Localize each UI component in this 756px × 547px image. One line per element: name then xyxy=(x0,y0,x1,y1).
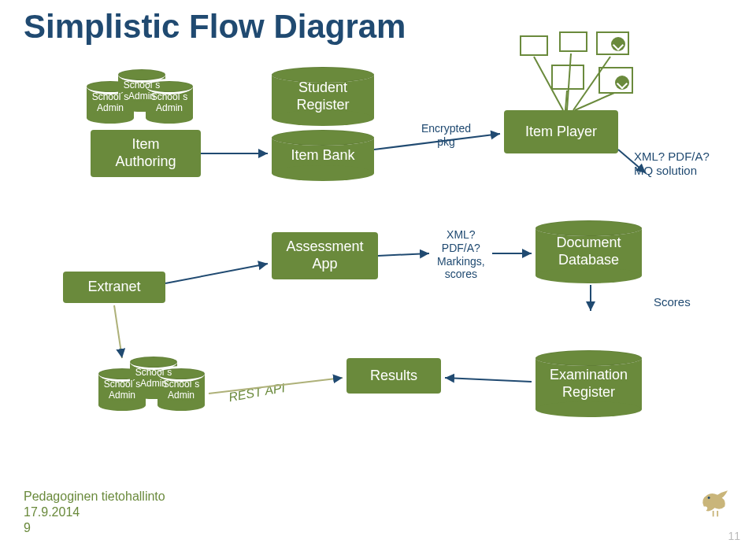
node-label: Item Player xyxy=(525,124,597,141)
device-tablet-b xyxy=(598,67,633,94)
actor-label: School´s Admin xyxy=(158,374,205,405)
label-encrypted-pkg: Encrypted pkg xyxy=(421,122,471,149)
node-label: Assessment App xyxy=(286,238,363,272)
actor-school-admin-f: School´s Admin xyxy=(158,374,205,405)
node-item-bank: Item Bank xyxy=(272,138,374,173)
svg-line-13 xyxy=(445,378,532,382)
svg-line-8 xyxy=(165,264,268,283)
device-monitor-c xyxy=(551,65,584,90)
actor-school-admin-c: School´s Admin xyxy=(146,87,193,118)
label-xml-pdfa-marks: XML? PDF/A? Markings, scores xyxy=(437,228,485,281)
node-document-db: Document Database xyxy=(536,228,642,275)
node-exam-register: Examination Register xyxy=(536,358,642,409)
label-xml-pdfa-mq: XML? PDF/A? MQ solution xyxy=(634,150,710,178)
node-results: Results xyxy=(346,358,441,394)
footer-page: 9 xyxy=(24,521,165,535)
node-label: Item Authoring xyxy=(115,136,176,170)
node-extranet: Extranet xyxy=(63,272,165,303)
device-monitor-a xyxy=(520,35,548,56)
device-monitor-b xyxy=(559,31,587,52)
node-label: Student Register xyxy=(272,75,374,118)
node-label: Results xyxy=(370,368,417,385)
bird-icon xyxy=(693,476,736,519)
node-label: Item Bank xyxy=(272,138,374,173)
footer-source: Pedagoginen tietohallinto xyxy=(24,490,165,504)
footer: Pedagoginen tietohallinto 17.9.2014 9 xyxy=(24,490,165,535)
svg-line-6 xyxy=(565,91,567,110)
label-rest-api: REST API xyxy=(228,381,286,405)
device-tablet-a xyxy=(596,31,629,55)
svg-line-7 xyxy=(575,93,614,110)
node-label: Document Database xyxy=(536,228,642,275)
node-label: Examination Register xyxy=(536,358,642,409)
node-item-player: Item Player xyxy=(504,110,618,153)
slide-title: Simplistic Flow Diagram xyxy=(24,8,406,46)
actor-label: School´s Admin xyxy=(146,87,193,118)
svg-line-10 xyxy=(378,253,429,256)
node-label: Extranet xyxy=(87,279,140,296)
node-student-register: Student Register xyxy=(272,75,374,118)
touch-icon xyxy=(615,76,629,90)
page-number: 11 xyxy=(728,530,740,542)
label-scores: Scores xyxy=(654,295,691,309)
footer-date: 17.9.2014 xyxy=(24,505,165,519)
svg-point-17 xyxy=(708,497,710,499)
node-item-authoring: Item Authoring xyxy=(91,130,201,177)
node-assessment-app: Assessment App xyxy=(272,232,378,279)
svg-line-15 xyxy=(114,305,122,358)
touch-icon xyxy=(611,37,625,51)
